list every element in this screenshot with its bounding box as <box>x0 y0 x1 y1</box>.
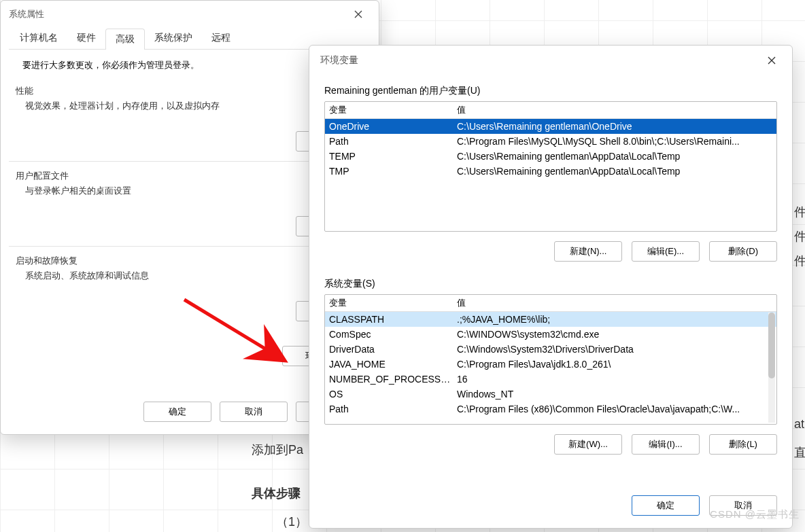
close-icon <box>768 56 776 65</box>
tab-computer-name[interactable]: 计算机名 <box>10 28 67 49</box>
col-value: 值 <box>457 104 772 116</box>
var-value: C:\Users\Remaining gentleman\AppData\Loc… <box>457 166 772 177</box>
system-vars-listbox[interactable]: 变量 值 CLASSPATH.;%JAVA_HOME%\lib;ComSpecC… <box>324 294 777 425</box>
tab-remote[interactable]: 远程 <box>202 28 240 49</box>
var-value: C:\WINDOWS\system32\cmd.exe <box>457 329 772 340</box>
sysprop-titlebar: 系统属性 <box>1 1 379 24</box>
var-name: TEMP <box>329 151 457 162</box>
env-titlebar: 环境变量 <box>309 46 792 73</box>
var-value: C:\Windows\System32\Drivers\DriverData <box>457 344 772 355</box>
tab-advanced[interactable]: 高级 <box>105 29 145 50</box>
var-value: C:\Users\Remaining gentleman\OneDrive <box>457 121 772 132</box>
var-value: C:\Program Files (x86)\Common Files\Orac… <box>457 404 772 414</box>
list-item[interactable]: PathC:\Program Files\MySQL\MySQL Shell 8… <box>325 134 776 149</box>
watermark: CSDN @云墨书生 <box>710 508 800 521</box>
var-value: C:\Users\Remaining gentleman\AppData\Loc… <box>457 151 772 162</box>
col-variable: 变量 <box>329 297 457 309</box>
list-item[interactable]: NUMBER_OF_PROCESSORS16 <box>325 372 776 387</box>
bg-text-steps: 具体步骤 <box>252 485 301 501</box>
system-vars-buttons: 新建(W)... 编辑(I)... 删除(L) <box>324 434 777 455</box>
bg-text-s1: 件 <box>794 204 805 220</box>
list-item[interactable]: OSWindows_NT <box>325 387 776 402</box>
sys-new-button[interactable]: 新建(W)... <box>554 434 622 455</box>
bg-text-s2: 件 <box>794 228 805 245</box>
list-item[interactable]: TMPC:\Users\Remaining gentleman\AppData\… <box>325 164 776 179</box>
sysprop-cancel-button[interactable]: 取消 <box>220 402 288 422</box>
list-item[interactable]: JAVA_HOMEC:\Program Files\Java\jdk1.8.0_… <box>325 357 776 372</box>
env-body: Remaining gentleman 的用户变量(U) 变量 值 OneDri… <box>309 73 792 487</box>
bg-text-addto: 添加到Pa <box>252 442 303 458</box>
sys-edit-button[interactable]: 编辑(I)... <box>632 434 700 455</box>
tab-hardware[interactable]: 硬件 <box>67 28 105 49</box>
user-new-button[interactable]: 新建(N)... <box>554 241 622 262</box>
user-edit-button[interactable]: 编辑(E)... <box>632 241 700 262</box>
bg-text-s5: 直 <box>794 444 805 461</box>
user-vars-listbox[interactable]: 变量 值 OneDriveC:\Users\Remaining gentlema… <box>324 101 777 232</box>
sysprop-close-button[interactable] <box>345 5 372 24</box>
bg-text-s3: 件 <box>794 253 805 269</box>
var-name: OneDrive <box>329 121 457 132</box>
user-vars-label: Remaining gentleman 的用户变量(U) <box>324 85 777 97</box>
env-ok-button[interactable]: 确定 <box>632 495 700 516</box>
list-item[interactable]: ComSpecC:\WINDOWS\system32\cmd.exe <box>325 327 776 342</box>
bg-text-step1: （1） <box>276 514 307 530</box>
var-value: C:\Program Files\MySQL\MySQL Shell 8.0\b… <box>457 136 772 147</box>
list-item[interactable]: PathC:\Program Files (x86)\Common Files\… <box>325 402 776 416</box>
listbox-header: 变量 值 <box>325 102 776 119</box>
var-name: OS <box>329 389 457 400</box>
sysprop-title: 系统属性 <box>9 8 44 20</box>
listbox-header: 变量 值 <box>325 295 776 312</box>
list-item[interactable]: DriverDataC:\Windows\System32\Drivers\Dr… <box>325 342 776 357</box>
scrollbar-thumb[interactable] <box>768 313 775 378</box>
col-variable: 变量 <box>329 104 457 116</box>
var-name: DriverData <box>329 344 457 355</box>
bg-text-s4: atl <box>794 417 805 431</box>
sys-delete-button[interactable]: 删除(L) <box>709 434 777 455</box>
var-name: TMP <box>329 166 457 177</box>
env-close-button[interactable] <box>758 51 785 70</box>
var-value: C:\Program Files\Java\jdk1.8.0_261\ <box>457 359 772 370</box>
var-value: 16 <box>457 374 772 385</box>
tab-system-protection[interactable]: 系统保护 <box>145 28 202 49</box>
var-value: .;%JAVA_HOME%\lib; <box>457 314 772 325</box>
var-name: NUMBER_OF_PROCESSORS <box>329 374 457 385</box>
env-title: 环境变量 <box>320 54 358 67</box>
close-icon <box>354 10 362 18</box>
user-vars-buttons: 新建(N)... 编辑(E)... 删除(D) <box>324 241 777 262</box>
var-name: Path <box>329 404 457 414</box>
list-item[interactable]: TEMPC:\Users\Remaining gentleman\AppData… <box>325 149 776 164</box>
sysprop-intro: 要进行大多数更改，你必须作为管理员登录。 <box>22 59 357 71</box>
user-delete-button[interactable]: 删除(D) <box>709 241 777 262</box>
col-value: 值 <box>457 297 772 309</box>
var-name: ComSpec <box>329 329 457 340</box>
system-vars-label: 系统变量(S) <box>324 278 777 290</box>
list-item[interactable]: CLASSPATH.;%JAVA_HOME%\lib; <box>325 312 776 327</box>
scrollbar[interactable] <box>768 313 775 423</box>
environment-variables-dialog: 环境变量 Remaining gentleman 的用户变量(U) 变量 值 O… <box>309 45 793 529</box>
var-name: Path <box>329 136 457 147</box>
sysprop-ok-button[interactable]: 确定 <box>143 402 211 422</box>
list-item[interactable]: OneDriveC:\Users\Remaining gentleman\One… <box>325 119 776 134</box>
var-name: JAVA_HOME <box>329 359 457 370</box>
var-value: Windows_NT <box>457 389 772 400</box>
var-name: CLASSPATH <box>329 314 457 325</box>
env-footer: 确定 取消 <box>309 487 792 528</box>
